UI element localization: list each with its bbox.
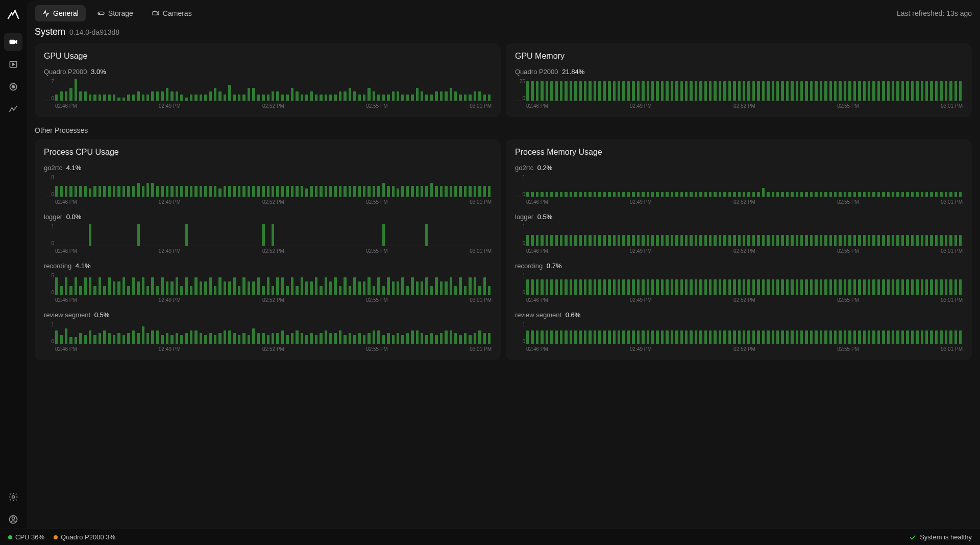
- chart: 8002:46 PM02:49 PM02:52 PM02:55 PM03:01 …: [44, 175, 492, 205]
- chart: 1002:46 PM02:49 PM02:52 PM02:55 PM03:01 …: [44, 224, 492, 254]
- chart: 1002:46 PM02:49 PM02:52 PM02:55 PM03:01 …: [515, 224, 963, 254]
- metric-label: logger 0.5%: [515, 213, 963, 221]
- page-title-text: System: [35, 27, 65, 37]
- svg-point-6: [12, 517, 15, 519]
- topbar: General Storage Cameras Last refreshed: …: [35, 5, 972, 21]
- card-gpu-usage: GPU Usage Quadro P2000 3.0% 7002:46 PM02…: [35, 43, 501, 117]
- chart: 1002:46 PM02:49 PM02:52 PM02:55 PM03:01 …: [515, 273, 963, 303]
- metric-label: review segment 0.5%: [44, 311, 492, 319]
- process-cpu-list: go2rtc 4.1%8002:46 PM02:49 PM02:52 PM02:…: [44, 164, 492, 352]
- svg-rect-0: [10, 40, 15, 44]
- status-health: System is healthy: [909, 533, 972, 541]
- tab-general-label: General: [53, 9, 79, 17]
- tab-general[interactable]: General: [35, 5, 86, 21]
- metric-label: review segment 0.6%: [515, 311, 963, 319]
- list-item: review segment 0.6%1002:46 PM02:49 PM02:…: [515, 311, 963, 352]
- sidebar-item-account[interactable]: [4, 510, 22, 529]
- metric-label: recording 0.7%: [515, 262, 963, 270]
- dot-icon: [8, 535, 12, 539]
- list-item: recording 4.1%5002:46 PM02:49 PM02:52 PM…: [44, 262, 492, 303]
- chart: 1002:46 PM02:49 PM02:52 PM02:55 PM03:01 …: [44, 322, 492, 352]
- chart: 1002:46 PM02:49 PM02:52 PM02:55 PM03:01 …: [515, 175, 963, 205]
- storage-icon: [97, 9, 105, 17]
- page-title: System 0.14.0-da913d8: [35, 27, 972, 37]
- metric-label: logger 0.0%: [44, 213, 492, 221]
- page-version: 0.14.0-da913d8: [69, 28, 119, 36]
- sidebar-item-activity[interactable]: [4, 100, 22, 119]
- card-title: GPU Usage: [44, 52, 492, 61]
- card-process-cpu: Process CPU Usage go2rtc 4.1%8002:46 PM0…: [35, 139, 501, 360]
- card-title: Process Memory Usage: [515, 148, 963, 157]
- svg-rect-9: [153, 12, 157, 15]
- check-icon: [909, 533, 917, 541]
- card-process-memory: Process Memory Usage go2rtc 0.2%1002:46 …: [506, 139, 972, 360]
- list-item: logger 0.0%1002:46 PM02:49 PM02:52 PM02:…: [44, 213, 492, 254]
- svg-point-4: [12, 496, 15, 499]
- tab-storage-label: Storage: [108, 9, 133, 17]
- status-bar: CPU 36% Quadro P2000 3% System is health…: [0, 529, 980, 545]
- metric-label: go2rtc 4.1%: [44, 164, 492, 172]
- main-content: General Storage Cameras Last refreshed: …: [27, 0, 980, 529]
- status-cpu: CPU 36%: [8, 533, 44, 541]
- process-memory-list: go2rtc 0.2%1002:46 PM02:49 PM02:52 PM02:…: [515, 164, 963, 352]
- activity-icon: [42, 9, 50, 17]
- dot-icon: [54, 535, 58, 539]
- list-item: review segment 0.5%1002:46 PM02:49 PM02:…: [44, 311, 492, 352]
- chart: 5002:46 PM02:49 PM02:52 PM02:55 PM03:01 …: [44, 273, 492, 303]
- section-other-processes: Other Processes: [35, 126, 972, 134]
- tab-cameras[interactable]: Cameras: [144, 5, 199, 21]
- sidebar-item-clip[interactable]: [4, 55, 22, 74]
- card-title: Process CPU Usage: [44, 148, 492, 157]
- list-item: go2rtc 0.2%1002:46 PM02:49 PM02:52 PM02:…: [515, 164, 963, 205]
- card-gpu-memory: GPU Memory Quadro P2000 21.84% 25002:46 …: [506, 43, 972, 117]
- list-item: logger 0.5%1002:46 PM02:49 PM02:52 PM02:…: [515, 213, 963, 254]
- card-title: GPU Memory: [515, 52, 963, 61]
- metric-label: recording 4.1%: [44, 262, 492, 270]
- camera-icon: [152, 9, 160, 17]
- chart-gpu-memory: 25002:46 PM02:49 PM02:52 PM02:55 PM03:01…: [515, 79, 963, 109]
- svg-point-3: [12, 86, 15, 88]
- tab-storage[interactable]: Storage: [90, 5, 140, 21]
- chart-gpu-usage: 7002:46 PM02:49 PM02:52 PM02:55 PM03:01 …: [44, 79, 492, 109]
- sidebar-item-camera[interactable]: [4, 33, 22, 51]
- metric-label: Quadro P2000 3.0%: [44, 68, 492, 76]
- list-item: recording 0.7%1002:46 PM02:49 PM02:52 PM…: [515, 262, 963, 303]
- status-gpu: Quadro P2000 3%: [54, 533, 115, 541]
- sidebar-item-settings[interactable]: [4, 488, 22, 506]
- chart: 1002:46 PM02:49 PM02:52 PM02:55 PM03:01 …: [515, 322, 963, 352]
- tab-cameras-label: Cameras: [163, 9, 192, 17]
- metric-label: Quadro P2000 21.84%: [515, 68, 963, 76]
- sidebar-item-record[interactable]: [4, 78, 22, 96]
- svg-point-8: [99, 13, 100, 13]
- last-refreshed: Last refreshed: 13s ago: [897, 9, 972, 17]
- list-item: go2rtc 4.1%8002:46 PM02:49 PM02:52 PM02:…: [44, 164, 492, 205]
- metric-label: go2rtc 0.2%: [515, 164, 963, 172]
- app-logo-icon: [6, 8, 20, 22]
- sidebar: [0, 0, 27, 529]
